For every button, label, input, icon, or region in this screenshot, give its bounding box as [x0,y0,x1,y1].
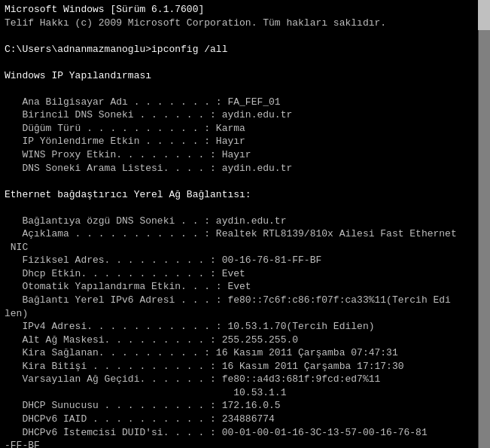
terminal-line: DNS Soneki Arama Listesi. . . . : aydin.… [5,162,485,175]
terminal-line [5,82,485,96]
terminal-line: Microsoft Windows [Sürüm 6.1.7600] [5,3,485,17]
terminal-line: WINS Proxy Etkin. . . . . . . . : Hayır [5,148,485,162]
scrollbar[interactable] [478,0,490,448]
terminal-line: Varsayılan Ağ Geçidi. . . . . . : fe80::… [5,373,485,386]
terminal-line: IPv4 Adresi. . . . . . . . . . . : 10.53… [5,320,485,334]
terminal-line: DHCPv6 İstemcisi DUID'si. . . . : 00-01-… [5,426,485,440]
terminal-line: Bağlantıya özgü DNS Soneki . . : aydin.e… [5,215,485,228]
terminal-line: Windows IP Yapılandırması [5,69,485,83]
terminal-line: Telif Hakkı (c) 2009 Microsoft Corporati… [5,17,485,30]
terminal-line: -FF-BF [5,439,485,448]
scrollbar-thumb[interactable] [478,0,490,30]
terminal-line: Fiziksel Adres. . . . . . . . . : 00-16-… [5,254,485,267]
terminal-line: len) [5,307,485,321]
terminal-line: Ana Bilgisayar Adı . . . . . . . : FA_FE… [5,96,485,109]
terminal-line: C:\Users\adnanmazmanoglu>ipconfig /all [5,43,485,56]
terminal-line: DHCPv6 IAID . . . . . . . . . . : 234886… [5,413,485,426]
terminal-line: Alt Ağ Maskesi. . . . . . . . . : 255.25… [5,334,485,347]
terminal-window[interactable]: Microsoft Windows [Sürüm 6.1.7600]Telif … [0,0,490,448]
terminal-line: Açıklama . . . . . . . . . . . : Realtek… [5,227,485,241]
terminal-line: Ethernet bağdaştırıcı Yerel Ağ Bağlantıs… [5,188,485,202]
terminal-line: Otomatik Yapılandırma Etkin. . . : Evet [5,280,485,294]
terminal-line [5,29,485,43]
terminal-line: Kira Sağlanan. . . . . . . . . : 16 Kası… [5,346,485,360]
terminal-output: Microsoft Windows [Sürüm 6.1.7600]Telif … [5,3,485,448]
terminal-line: Dhcp Etkin. . . . . . . . . . . : Evet [5,267,485,281]
terminal-line [5,175,485,188]
terminal-line [5,201,485,215]
terminal-line: Birincil DNS Soneki . . . . . . : aydin.… [5,108,485,122]
terminal-line [5,56,485,69]
terminal-line: Düğüm Türü . . . . . . . . . . : Karma [5,122,485,136]
terminal-line: IP Yönlendirme Etkin . . . . . : Hayır [5,135,485,148]
terminal-line: Bağlantı Yerel IPv6 Adresi . . . : fe80:… [5,294,485,307]
terminal-line: Kira Bitişi . . . . . . . . . . : 16 Kas… [5,360,485,373]
terminal-line: 10.53.1.1 [5,386,485,400]
terminal-line: DHCP Sunucusu . . . . . . . . . : 172.16… [5,399,485,413]
terminal-line: NIC [5,241,485,254]
